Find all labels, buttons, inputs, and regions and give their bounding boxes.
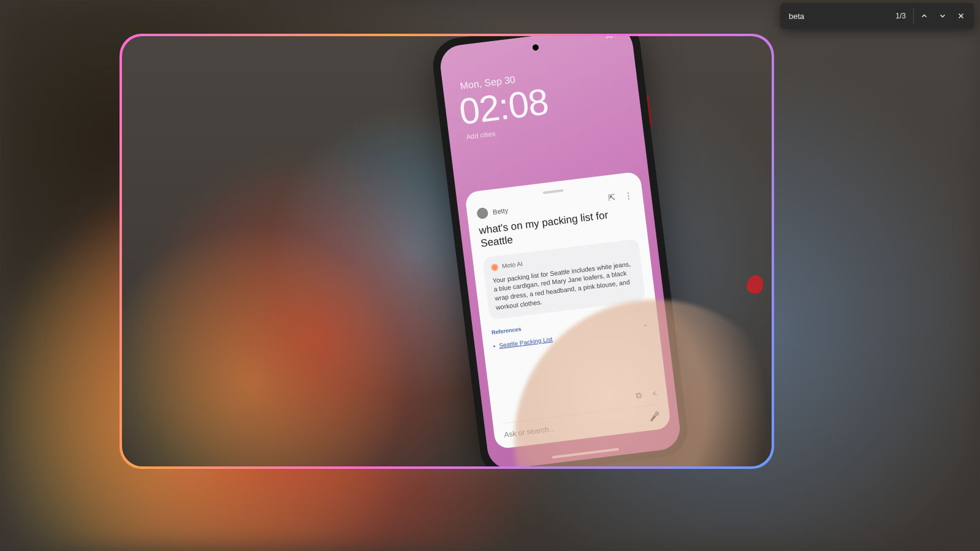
ai-assistant-card: Betty ⇱ ⋮ what's on my packing list for … <box>465 171 671 449</box>
find-close-button[interactable] <box>952 7 970 25</box>
phone-side-button <box>647 95 653 127</box>
phone-status-bar: 5G+ <box>605 36 617 39</box>
microphone-icon: 🎤 <box>649 411 661 422</box>
open-icon: ⇱ <box>608 192 617 202</box>
chevron-down-icon <box>938 12 947 20</box>
home-indicator <box>552 448 619 458</box>
find-input[interactable] <box>789 12 895 21</box>
chevron-up-icon: ⌃ <box>642 323 650 332</box>
share-icon: < <box>652 389 658 399</box>
drag-handle <box>543 189 564 194</box>
more-icon: ⋮ <box>624 190 634 201</box>
moto-ai-icon <box>490 263 498 271</box>
chevron-up-icon <box>920 12 929 20</box>
divider <box>913 8 914 24</box>
frame-content: 5G+ Mon, Sep 30 02:08 Add cities Betty ⇱… <box>122 36 772 466</box>
find-prev-button[interactable] <box>915 7 933 25</box>
phone-screen: 5G+ Mon, Sep 30 02:08 Add cities Betty ⇱… <box>438 36 682 466</box>
find-in-page-bar: 1/3 <box>780 3 974 29</box>
gradient-frame: 5G+ Mon, Sep 30 02:08 Add cities Betty ⇱… <box>120 34 774 469</box>
user-avatar <box>476 207 488 219</box>
phone-mockup: 5G+ Mon, Sep 30 02:08 Add cities Betty ⇱… <box>430 36 690 466</box>
close-icon <box>957 12 965 20</box>
find-next-button[interactable] <box>933 7 952 25</box>
assistant-label: Moto AI <box>501 260 523 270</box>
fingernail <box>745 273 765 295</box>
phone-body: 5G+ Mon, Sep 30 02:08 Add cities Betty ⇱… <box>430 36 690 466</box>
ai-response-block: Moto AI Your packing list for Seattle in… <box>482 238 646 320</box>
copy-icon: ⧉ <box>636 390 642 401</box>
search-placeholder: Ask or search... <box>504 412 650 439</box>
find-result-count: 1/3 <box>895 12 912 20</box>
phone-camera <box>532 44 539 51</box>
